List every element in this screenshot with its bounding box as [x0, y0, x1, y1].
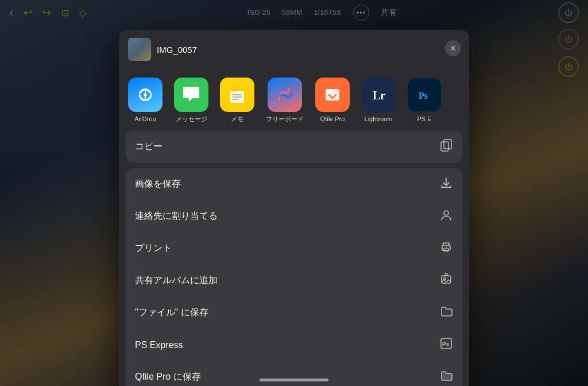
- save-qfile-icon: [439, 369, 453, 385]
- svg-text:Lr: Lr: [373, 89, 385, 102]
- file-thumbnail: [128, 38, 151, 61]
- app-airdrop[interactable]: AirDrop: [128, 78, 163, 123]
- shared-album-action[interactable]: 共有アルバムに追加: [126, 265, 462, 296]
- svg-point-14: [444, 211, 448, 215]
- home-indicator: [260, 379, 328, 381]
- assign-contact-icon: [439, 209, 453, 224]
- lightroom-icon: Lr: [361, 78, 396, 112]
- psexpress-label: PS E: [417, 115, 431, 123]
- svg-point-2: [144, 94, 147, 96]
- copy-action[interactable]: コピー: [126, 131, 462, 163]
- svg-rect-13: [441, 142, 448, 151]
- copy-label: コピー: [135, 141, 163, 153]
- save-qfile-label: Qfile Pro に保存: [135, 371, 201, 383]
- svg-text:Ps: Ps: [442, 341, 450, 348]
- messages-icon: [174, 78, 208, 112]
- shared-album-label: 共有アルバムに追加: [135, 275, 218, 287]
- app-lightroom[interactable]: Lr Lightroom: [361, 78, 396, 123]
- apps-row: AirDrop メッセージ メモ: [119, 67, 469, 131]
- app-messages[interactable]: メッセージ: [174, 78, 208, 123]
- save-image-icon: [439, 176, 453, 192]
- qfile-label: Qfile Pro: [320, 115, 345, 123]
- ps-express-action[interactable]: PS Express Ps: [126, 329, 462, 361]
- airdrop-label: AirDrop: [134, 115, 156, 123]
- close-button[interactable]: ✕: [445, 40, 461, 56]
- svg-rect-19: [445, 273, 447, 276]
- notes-icon: [220, 78, 254, 112]
- print-icon: [439, 241, 453, 256]
- app-freeform[interactable]: フリーボード: [266, 78, 304, 123]
- qfile-icon: [315, 78, 350, 112]
- assign-contact-action[interactable]: 連絡先に割り当てる: [126, 200, 462, 232]
- save-qfile-action[interactable]: Qfile Pro に保存: [126, 361, 462, 386]
- assign-contact-label: 連絡先に割り当てる: [135, 210, 218, 222]
- save-image-action[interactable]: 画像を保存: [126, 168, 462, 200]
- notes-label: メモ: [231, 115, 243, 123]
- main-actions-group: 画像を保存 連絡先に割り当てる: [126, 168, 462, 386]
- svg-rect-12: [444, 140, 451, 149]
- print-label: プリント: [135, 242, 172, 254]
- print-action[interactable]: プリント: [126, 233, 462, 264]
- sheet-header: IMG_0057 ✕: [119, 30, 469, 67]
- ps-express-label: PS Express: [135, 340, 183, 350]
- ps-express-icon: Ps: [439, 337, 453, 353]
- svg-point-18: [443, 277, 446, 280]
- freeform-icon: [268, 78, 302, 112]
- lightroom-label: Lightroom: [365, 115, 393, 123]
- save-files-label: "ファイル" に保存: [135, 307, 208, 319]
- freeform-label: フリーボード: [266, 115, 304, 123]
- share-sheet: IMG_0057 ✕ AirDrop メッセージ: [119, 30, 469, 386]
- svg-rect-4: [230, 87, 244, 91]
- save-image-label: 画像を保存: [135, 178, 181, 190]
- row-spacer: [126, 165, 462, 168]
- psexpress-icon: Ps: [407, 78, 442, 112]
- app-qfile[interactable]: Qfile Pro: [315, 78, 350, 123]
- save-files-action[interactable]: "ファイル" に保存: [126, 297, 462, 329]
- shared-album-icon: [439, 273, 453, 288]
- app-notes[interactable]: メモ: [220, 78, 254, 123]
- airdrop-icon: [128, 78, 163, 112]
- save-files-icon: [439, 305, 453, 321]
- action-list: コピー 画像を保存 連絡先: [119, 131, 469, 386]
- svg-text:Ps: Ps: [419, 91, 428, 101]
- app-psexpress[interactable]: Ps PS E: [407, 78, 442, 123]
- messages-label: メッセージ: [176, 115, 207, 123]
- copy-icon: [439, 139, 453, 155]
- svg-rect-9: [326, 89, 332, 94]
- sheet-title: IMG_0057: [157, 45, 197, 55]
